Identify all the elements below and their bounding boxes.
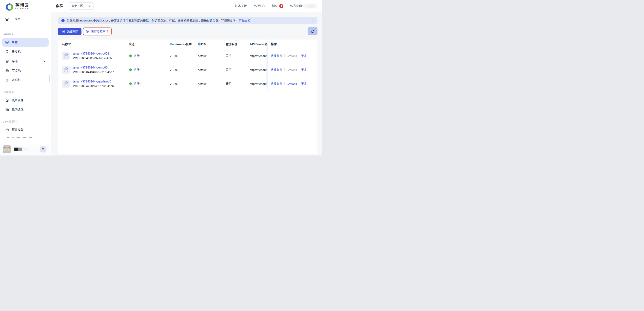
chevron-down-icon bbox=[88, 5, 91, 7]
sidebar-item-label: 开发机 bbox=[12, 50, 21, 54]
sidebar-item-preset-images[interactable]: 预置镜像 bbox=[2, 96, 48, 105]
cluster-name-link[interactable]: tenant-37343164-demo001 bbox=[73, 52, 112, 55]
sidebar-item-vm[interactable]: 虚拟机 bbox=[2, 76, 48, 84]
column-header-group: 用户组 bbox=[198, 42, 226, 46]
vm-icon bbox=[5, 78, 9, 82]
sidebar-nav: 工作台 容器服务 集群 bbox=[0, 15, 51, 139]
product-docs-link[interactable]: 产品文档 bbox=[239, 19, 250, 22]
column-header-api: API Server公 bbox=[250, 42, 268, 46]
k8s-version: v1.30.3 bbox=[170, 68, 198, 71]
annotation-highlight-box: 集群总数申请 bbox=[83, 27, 112, 35]
api-server-url: https://tenant bbox=[250, 68, 268, 71]
kubernetes-icon bbox=[5, 41, 9, 44]
sidebar-collapse-button[interactable] bbox=[40, 146, 46, 152]
sidebar-item-preset-models[interactable]: 预置模型 bbox=[2, 126, 48, 134]
region-select-value: 华北一区 bbox=[72, 4, 83, 8]
more-link[interactable]: 更多 bbox=[301, 68, 307, 72]
balance-value-redacted bbox=[304, 4, 317, 8]
sidebar-item-cluster[interactable]: 集群 bbox=[2, 38, 48, 47]
cluster-table: 名称/ID 状态 Kubernetes版本 用户组 竞价实例 API Serve… bbox=[58, 39, 318, 154]
sidebar-item-label: 节点池 bbox=[12, 69, 21, 73]
chevron-down-icon bbox=[43, 60, 46, 62]
plus-square-icon bbox=[62, 30, 65, 33]
cluster-icon bbox=[62, 80, 70, 88]
connect-cluster-link[interactable]: 连接集群 bbox=[271, 68, 282, 72]
section-divider bbox=[16, 92, 48, 92]
status-running-icon bbox=[129, 82, 132, 85]
region-select[interactable]: 华北一区 bbox=[68, 2, 94, 10]
status-running-icon bbox=[129, 68, 132, 71]
sidebar-item-my-images[interactable]: 我的镜像 bbox=[2, 105, 48, 114]
row-actions: 连接集群 Grafana 更多 bbox=[271, 77, 318, 91]
spot-instance: 关闭 bbox=[226, 68, 250, 72]
section-divider bbox=[16, 34, 48, 34]
grafana-link[interactable]: Grafana bbox=[286, 82, 297, 85]
cluster-icon bbox=[62, 66, 70, 74]
sidebar-item-label: 虚拟机 bbox=[12, 78, 21, 82]
row-actions: 连接集群 Grafana 更多 bbox=[271, 63, 318, 77]
main-area: 集群 华北一区 技术支持 文档中心 消息 4 账号余额: bbox=[51, 0, 322, 155]
toolbar: 创建集群 集群总数申请 bbox=[58, 27, 318, 35]
sidebar-item-storage[interactable]: 存储 bbox=[2, 57, 48, 65]
cluster-icon bbox=[62, 52, 70, 60]
sidebar-item-partial[interactable] bbox=[7, 137, 46, 139]
sidebar-section-image-services: 镜像服务 bbox=[2, 90, 48, 94]
status-text: 运行中 bbox=[134, 68, 142, 72]
action-separator bbox=[299, 68, 299, 71]
balance-label: 账号余额: bbox=[290, 4, 303, 8]
create-cluster-button[interactable]: 创建集群 bbox=[58, 28, 82, 35]
more-link[interactable]: 更多 bbox=[301, 54, 307, 58]
k8s-version: v1.30.3 bbox=[170, 82, 198, 85]
sidebar-item-nodepool[interactable]: 节点池 bbox=[2, 66, 48, 75]
cluster-name-link[interactable]: tenant-37343164-yqwdemo5 bbox=[73, 80, 114, 83]
actions-sticky-column: 操作 连接集群 Grafana 更多 连接集群 Grafana 更多 bbox=[268, 39, 318, 91]
topbar: 集群 华北一区 技术支持 文档中心 消息 4 账号余额: bbox=[51, 0, 322, 12]
topbar-right: 技术支持 文档中心 消息 4 账号余额: bbox=[235, 4, 317, 8]
banner-close-icon[interactable] bbox=[312, 19, 314, 22]
connect-cluster-link[interactable]: 连接集群 bbox=[271, 54, 282, 58]
info-banner: 集群对应Kubernetes中的Cluster，是容器运行与资源调度的基础，创建… bbox=[58, 17, 318, 24]
status-running-icon bbox=[129, 54, 132, 57]
sidebar-section-container-services: 容器服务 bbox=[2, 32, 48, 36]
user-group: default bbox=[198, 82, 226, 85]
sidebar-item-label: 预置镜像 bbox=[12, 98, 24, 102]
create-cluster-label: 创建集群 bbox=[66, 29, 78, 33]
support-link[interactable]: 技术支持 bbox=[235, 4, 246, 8]
devmachine-icon bbox=[5, 50, 9, 54]
app-root: 英博云 EB Cloud 工作台 容器服务 bbox=[0, 0, 322, 155]
quota-request-button[interactable]: 集群总数申请 bbox=[84, 28, 111, 35]
docs-link[interactable]: 文档中心 bbox=[254, 4, 265, 8]
sidebar-item-workbench[interactable]: 工作台 bbox=[2, 15, 48, 23]
user-avatar[interactable] bbox=[3, 145, 11, 153]
more-link[interactable]: 更多 bbox=[301, 82, 307, 86]
section-label: 镜像服务 bbox=[4, 90, 14, 94]
preset-model-icon bbox=[5, 128, 9, 132]
column-header-spot: 竞价实例 bbox=[226, 42, 250, 46]
brand-logo: 英博云 EB Cloud bbox=[0, 0, 51, 11]
balance-item: 账号余额: bbox=[290, 4, 317, 8]
sidebar-item-label: 预置模型 bbox=[12, 128, 24, 132]
api-server-url: https://tenant bbox=[250, 82, 268, 85]
info-icon bbox=[61, 19, 65, 22]
messages-link[interactable]: 消息 4 bbox=[272, 4, 283, 8]
sidebar-item-label: 我的镜像 bbox=[12, 108, 24, 112]
column-header-actions: 操作 bbox=[271, 39, 318, 49]
cluster-name-link[interactable]: tenant-37343164-demo66 bbox=[73, 66, 114, 69]
sidebar-item-devmachine[interactable]: 开发机 bbox=[2, 47, 48, 56]
chevron-up-down-icon bbox=[41, 148, 45, 151]
sidebar-user-footer bbox=[0, 143, 50, 155]
section-label: AI与机器学习 bbox=[4, 120, 19, 124]
brand-hexagon-icon bbox=[6, 3, 13, 11]
nodepool-icon bbox=[5, 69, 9, 73]
refresh-button[interactable] bbox=[308, 27, 318, 35]
sidebar-scrollbar[interactable] bbox=[50, 75, 50, 82]
action-separator bbox=[299, 82, 299, 85]
connect-cluster-link[interactable]: 连接集群 bbox=[271, 82, 282, 86]
sidebar-item-label: 集群 bbox=[12, 40, 18, 44]
status-text: 运行中 bbox=[134, 82, 142, 86]
messages-count-badge: 4 bbox=[279, 4, 283, 8]
column-header-status: 状态 bbox=[129, 42, 170, 46]
column-header-version: Kubernetes版本 bbox=[170, 42, 198, 46]
grafana-link: Grafana bbox=[286, 54, 297, 57]
sidebar-item-label: 存储 bbox=[12, 59, 18, 63]
